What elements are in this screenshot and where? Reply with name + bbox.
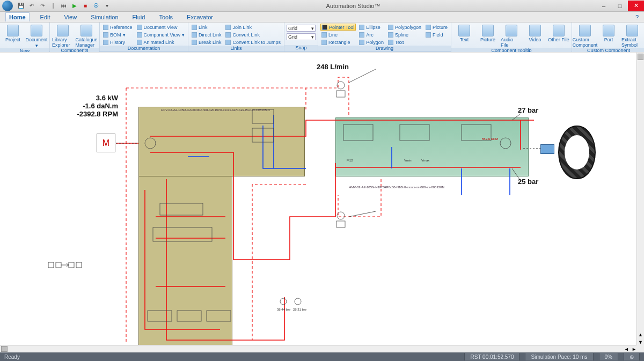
spline-button[interactable]: Spline (387, 31, 422, 38)
scroll-up-icon[interactable]: ▲ (637, 332, 644, 337)
rectangle-icon (321, 40, 327, 45)
vertical-scrollbar[interactable]: ▲ ▼ (636, 53, 644, 345)
sim-stop-icon[interactable]: ■ (82, 2, 89, 10)
bom-icon (103, 32, 108, 38)
convert-jumps-button[interactable]: Convert Link to Jumps (224, 39, 282, 46)
library-explorer-button[interactable]: Library Explorer (52, 24, 74, 48)
field-icon (426, 32, 431, 38)
rectangle-button[interactable]: Rectangle (320, 39, 356, 46)
history-icon (103, 40, 108, 45)
arc-icon (359, 32, 364, 38)
line-button[interactable]: Line (320, 31, 356, 38)
group-links: Link Direct Link Break Link Join Link Co… (188, 23, 284, 51)
break-link-button[interactable]: Break Link (191, 39, 223, 46)
picture-button[interactable]: Picture (425, 24, 449, 31)
tab-tools[interactable]: Tools (156, 13, 176, 21)
ellipse-icon (359, 25, 364, 30)
snap-grid-select-2[interactable]: Grid▾ (287, 33, 316, 40)
direct-link-button[interactable]: Direct Link (191, 31, 223, 38)
sim-record-icon[interactable]: ⦿ (92, 2, 100, 10)
scroll-left-icon[interactable]: ◄ (624, 345, 629, 352)
canvas-area[interactable]: M (0, 52, 644, 352)
convert-link-button[interactable]: Convert Link (224, 31, 282, 38)
arc-button[interactable]: Arc (358, 31, 385, 38)
new-project-button[interactable]: Project (2, 24, 24, 48)
tab-home[interactable]: Home (5, 12, 30, 21)
sim-back-icon[interactable]: ⏮ (60, 2, 68, 10)
port-button[interactable]: Port (598, 24, 619, 48)
scroll-corner (636, 345, 644, 352)
gauge-p1: 38.44 bar (277, 308, 290, 311)
qat-dropdown-icon[interactable]: ▾ (103, 2, 111, 10)
horizontal-scrollbar[interactable]: ◄ ► (0, 345, 636, 352)
link-button[interactable]: Link (191, 24, 223, 31)
tab-view[interactable]: View (61, 13, 80, 21)
pump-part-number: HPV-02-A2-105R-CA00000An08-42019P0-xxxxx… (161, 108, 270, 112)
extract-symbol-button[interactable]: Extract Symbol (621, 24, 643, 48)
close-button[interactable]: ✕ (628, 1, 644, 11)
tooltip-audio-button[interactable]: Audio File (501, 24, 522, 48)
pressure-high-readout: 27 bar (518, 107, 538, 115)
breaklink-icon (192, 40, 197, 45)
m12-label: M12 (347, 159, 353, 162)
scroll-thumb[interactable] (1, 346, 8, 352)
tooltip-video-button[interactable]: Video (524, 24, 546, 48)
svg-rect-15 (336, 221, 345, 227)
reference-button[interactable]: Reference (102, 24, 134, 31)
scroll-right-icon[interactable]: ► (632, 345, 636, 352)
snap-grid-select-1[interactable]: Grid▾ (287, 25, 316, 32)
line-icon (321, 32, 327, 38)
tab-simulation[interactable]: Simulation (87, 13, 121, 21)
port-icon (603, 25, 614, 36)
tooltip-other-button[interactable]: Other File (548, 24, 569, 48)
svg-rect-18 (48, 262, 54, 268)
catalogue-icon (80, 25, 92, 36)
redo-icon[interactable]: ↷ (39, 2, 46, 10)
group-custom: Custom Component Port Extract Symbol Cus… (572, 23, 644, 51)
minimize-button[interactable]: – (596, 1, 612, 11)
spline-icon (388, 32, 393, 38)
tab-edit[interactable]: Edit (37, 13, 54, 21)
tooltip-text-button[interactable]: Text (453, 24, 475, 48)
help-icon[interactable]: ? (635, 14, 639, 20)
join-link-button[interactable]: Join Link (224, 24, 282, 31)
new-document-button[interactable]: Document▾ (26, 24, 47, 48)
maximize-button[interactable]: □ (612, 1, 628, 11)
polypolygon-button[interactable]: Polypolygon (387, 24, 422, 31)
text-button[interactable]: Text (387, 39, 422, 46)
bom-button[interactable]: BOM ▾ (102, 31, 134, 38)
animated-link-button[interactable]: Animated Link (136, 39, 186, 46)
joinlink-icon (225, 25, 231, 30)
motor-rpm-readout: 553.6 RPM (482, 137, 498, 141)
tab-excavator[interactable]: Excavator (184, 13, 216, 21)
history-button[interactable]: History (102, 39, 134, 46)
power-value: 3.6 kW (54, 94, 118, 102)
undo-icon[interactable]: ↶ (28, 2, 35, 10)
status-bar: Ready RST 00:01:52.570 Simulation Pace: … (0, 352, 644, 361)
document-view-button[interactable]: Document View (136, 24, 186, 31)
polygon-button[interactable]: Polygon (358, 39, 385, 46)
status-extra-icon[interactable]: ⊕ (624, 353, 640, 360)
tooltip-picture-button[interactable]: Picture (477, 24, 499, 48)
status-ready: Ready (4, 354, 20, 360)
tab-fluid[interactable]: Fluid (129, 13, 149, 21)
catalogue-manager-button[interactable]: Catalogue Manager (76, 24, 97, 48)
save-icon[interactable]: 💾 (17, 2, 25, 10)
convertlink-icon (225, 32, 231, 38)
field-button[interactable]: Field (425, 31, 449, 38)
svg-point-13 (337, 212, 345, 219)
pointer-tool-button[interactable]: Pointer Tool (320, 24, 356, 31)
sim-play-icon[interactable]: ▶ (71, 2, 78, 10)
flow-readout: 248 L/min (317, 63, 349, 71)
docview-icon (137, 25, 142, 30)
pressure-low-readout: 25 bar (518, 178, 538, 186)
status-zoom[interactable]: 0% (599, 353, 618, 360)
ellipse-button[interactable]: Ellipse (358, 24, 385, 31)
hydraulic-diagram[interactable]: M (5, 56, 633, 342)
custom-component-button[interactable]: Custom Component (574, 24, 596, 48)
scroll-thumb[interactable] (638, 54, 643, 60)
polypolygon-icon (388, 25, 393, 30)
component-view-button[interactable]: Component View ▾ (136, 31, 186, 38)
svg-rect-4 (207, 311, 231, 321)
scroll-down-icon[interactable]: ▼ (637, 340, 644, 345)
